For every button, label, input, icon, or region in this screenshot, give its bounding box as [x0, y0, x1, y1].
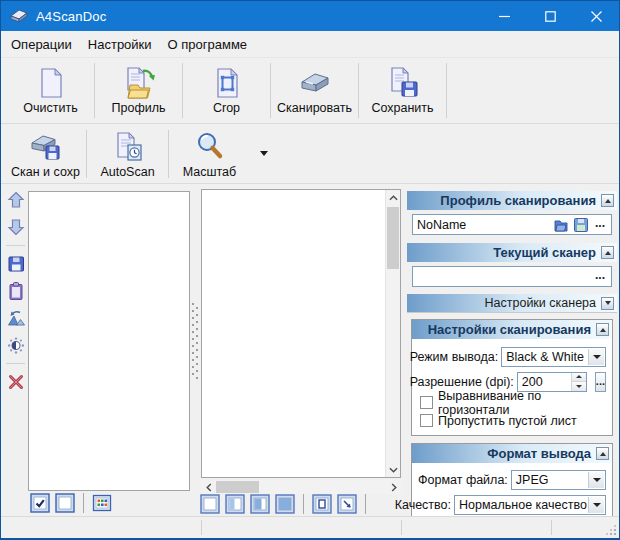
horizontal-scroll-thumb[interactable] — [216, 481, 259, 493]
scroll-left-button[interactable] — [201, 480, 216, 494]
delete-icon[interactable] — [6, 372, 26, 392]
fit-height-icon[interactable] — [250, 494, 270, 514]
scroll-right-button[interactable] — [386, 480, 401, 494]
menu-about[interactable]: О программе — [160, 33, 256, 56]
output-mode-select[interactable]: Black & White — [501, 347, 606, 367]
crop-button[interactable]: Crop — [183, 58, 270, 123]
select-all-icon[interactable] — [30, 493, 50, 513]
zoom-dropdown-arrow-icon[interactable] — [260, 151, 268, 160]
profile-name-input[interactable] — [413, 218, 551, 232]
profile-label: Профиль — [112, 101, 166, 115]
deselect-all-icon[interactable] — [55, 493, 75, 513]
spin-up-button[interactable] — [572, 373, 586, 381]
resolution-label: Разрешение (dpi): — [410, 375, 514, 389]
zoom-button[interactable]: Масштаб — [169, 125, 250, 183]
vertical-scrollbar[interactable] — [385, 190, 400, 477]
output-format-header: Формат вывода — [412, 444, 612, 463]
output-mode-label: Режим вывода: — [410, 350, 499, 364]
maximize-button[interactable] — [527, 1, 573, 31]
scanner-settings-title: Настройки сканера — [485, 296, 596, 310]
chevron-left-icon — [206, 483, 212, 492]
profile-more-button[interactable]: ... — [591, 216, 611, 233]
collapse-scan-settings-button[interactable] — [596, 323, 609, 336]
minimize-button[interactable] — [481, 1, 527, 31]
triangle-up-icon — [605, 248, 611, 255]
zoom-mode-toolbar — [200, 494, 369, 514]
menu-operations[interactable]: Операции — [3, 33, 80, 56]
panel-splitter[interactable] — [191, 191, 200, 491]
settings-sidebar: Профиль сканирования ... Текущий сканер … — [407, 189, 617, 540]
scroll-down-button[interactable] — [386, 462, 400, 477]
scanner-more-button[interactable]: ... — [591, 268, 611, 285]
expand-scanner-settings-button[interactable] — [601, 297, 614, 310]
scan-and-save-label: Скан и сохр — [11, 165, 80, 179]
autoscan-button[interactable]: AutoScan — [87, 125, 168, 183]
profile-folder-icon — [122, 66, 156, 100]
fit-window-icon[interactable] — [337, 494, 357, 514]
scan-button[interactable]: Сканировать — [271, 58, 358, 123]
menubar: Операции Настройки О программе — [1, 31, 619, 57]
collapse-output-format-button[interactable] — [596, 447, 609, 460]
secondary-toolbar: Скан и сохр AutoScan Масштаб — [1, 125, 619, 184]
close-icon — [591, 11, 602, 22]
window-controls — [481, 1, 619, 31]
output-format-title: Формат вывода — [487, 446, 591, 461]
clear-button[interactable]: Очистить — [7, 58, 94, 123]
quality-label: Качество: — [395, 498, 451, 512]
scanner-name-input[interactable] — [413, 270, 591, 284]
collapse-scan-profile-button[interactable] — [601, 194, 614, 207]
save-button[interactable]: Сохранить — [359, 58, 446, 123]
fit-width-icon[interactable] — [225, 494, 245, 514]
scan-settings-header: Настройки сканирования — [412, 320, 612, 339]
scanner-icon — [298, 66, 332, 100]
skip-blank-checkbox[interactable] — [420, 414, 433, 427]
load-profile-icon[interactable] — [553, 217, 569, 233]
quality-select[interactable]: Нормальное качество — [454, 495, 606, 515]
main-toolbar: Очистить Профиль — [1, 57, 619, 124]
scan-profile-header: Профиль сканирования — [407, 191, 617, 210]
page-select-toolbar — [30, 493, 112, 513]
triangle-down-icon — [605, 301, 611, 308]
brightness-icon[interactable] — [6, 335, 26, 355]
scan-and-save-button[interactable]: Скан и сохр — [5, 125, 86, 183]
zoom-icon — [193, 130, 227, 164]
left-toolbar — [3, 190, 28, 392]
file-format-row: Формат файла: JPEG — [418, 469, 606, 490]
align-horizontal-checkbox[interactable] — [420, 396, 433, 409]
status-divider — [201, 520, 202, 535]
close-button[interactable] — [573, 1, 619, 31]
collapse-current-scanner-button[interactable] — [601, 246, 614, 259]
quality-value: Нормальное качество — [455, 498, 588, 512]
save-label: Сохранить — [371, 101, 433, 115]
save-image-icon[interactable] — [6, 254, 26, 274]
zoom-normal-icon[interactable] — [200, 494, 220, 514]
dropdown-arrow-icon — [588, 497, 604, 513]
dropdown-arrow-icon — [588, 349, 604, 365]
actual-size-icon[interactable] — [312, 494, 332, 514]
current-scanner-row: ... — [412, 266, 612, 287]
page-list-panel[interactable] — [28, 191, 190, 491]
fit-page-icon[interactable] — [275, 494, 295, 514]
dropdown-arrow-icon — [588, 472, 604, 488]
horizontal-scrollbar[interactable] — [201, 480, 401, 494]
clipboard-icon[interactable] — [6, 281, 26, 301]
file-format-select[interactable]: JPEG — [511, 470, 606, 490]
current-scanner-header: Текущий сканер — [407, 243, 617, 262]
save-profile-icon[interactable] — [573, 217, 589, 233]
toolbar-divider — [446, 63, 447, 118]
move-down-icon[interactable] — [6, 217, 26, 237]
scan-and-save-icon — [29, 130, 63, 164]
rotate-image-icon[interactable] — [6, 308, 26, 328]
scroll-up-button[interactable] — [386, 190, 400, 205]
rail-separator — [6, 245, 25, 246]
profile-button[interactable]: Профиль — [95, 58, 182, 123]
status-divider — [551, 520, 552, 535]
preview-panel[interactable] — [201, 189, 401, 478]
move-up-icon[interactable] — [6, 190, 26, 210]
menu-settings[interactable]: Настройки — [80, 33, 160, 56]
resize-grip[interactable] — [605, 524, 617, 536]
thumbnails-view-icon[interactable] — [92, 493, 112, 513]
align-horizontal-label: Выравнивание по горизонтали — [438, 389, 612, 417]
minimize-icon — [499, 11, 510, 22]
vertical-scroll-thumb[interactable] — [387, 207, 399, 269]
